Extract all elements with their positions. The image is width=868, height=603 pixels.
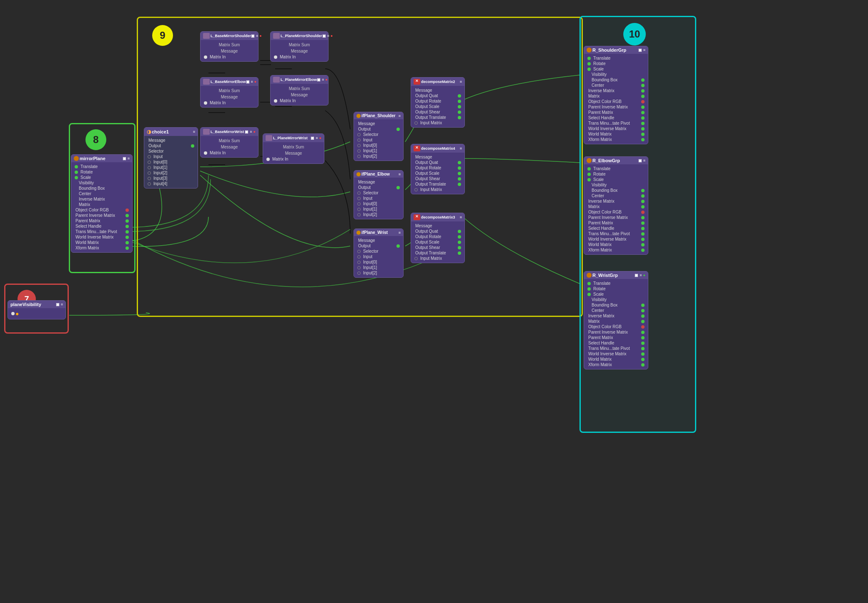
l-plane-mirror-elbow-body: Matrix Sum Message Matrix In [271,84,328,105]
ifplane-shoulder-node[interactable]: ifPlane_Shoulder ≡ Message Output Select… [354,112,404,161]
decompose-matrix-2-body: Message Output Quat Output Rotate Output… [411,86,464,127]
r-elbow-grp-body: Translate Rotate Scale Visibility Boundi… [584,164,648,254]
choice1-header: ◑ choice1 ≡ [144,128,198,136]
decompose-matrix-2-node[interactable]: ✕ decomposeMatrix2 ≡ Message Output Quat… [411,77,465,128]
badge-10: 10 [623,23,646,45]
l-base-mirror-wrist-body: Matrix Sum Message Matrix In [201,136,258,157]
mirrorplane-body: Translate Rotate Scale Visibility Boundi… [71,162,132,252]
l-plane-mirror-wrist-node[interactable]: L_PlaneMirrorWrist ▣≡● Matrix Sum Messag… [263,133,324,164]
l-plane-mirror-shoulder-node[interactable]: L_PlaneMirrorShoulder ▣≡● Matrix Sum Mes… [270,31,329,62]
decompose-matrix-3-node[interactable]: ✕ decomposeMatrix3 ≡ Message Output Quat… [411,213,465,263]
l-plane-mirror-wrist-header: L_PlaneMirrorWrist ▣≡● [263,134,324,142]
l-plane-mirror-elbow-node[interactable]: L_PlaneMirrorElbow ▣≡● Matrix Sum Messag… [270,75,329,106]
ifplane-wrist-node[interactable]: ifPlane_Wrist ≡ Message Output Selector … [354,229,404,278]
ifplane-shoulder-body: Message Output Selector Input Input[0] I… [354,119,403,161]
r-shoulder-grp-node[interactable]: R_ShoulderGrp ▣≡ Translate Rotate Scale … [584,46,648,144]
ifplane-elbow-body: Message Output Selector Input Input[0] I… [354,178,403,219]
decompose-matrix-3-body: Message Output Quat Output Rotate Output… [411,221,464,263]
choice1-icons: ≡ [193,130,195,134]
l-base-mirror-wrist-node[interactable]: L_BaseMirrorWrist ▣≡● Matrix Sum Message… [200,127,258,158]
l-base-mirror-elbow-body: Matrix Sum Message Matrix In [201,86,258,107]
l-base-mirror-elbow-header: L_BaseMirrorElbow ▣≡● [201,78,258,86]
ifplane-elbow-node[interactable]: ifPlane_Elbow ≡ Message Output Selector … [354,170,404,219]
planevisibility-header: planeVisibility ▣≡ [8,301,65,308]
r-wrist-grp-node[interactable]: R_WristGrp ▣≡● Translate Rotate Scale Vi… [584,271,648,369]
l-plane-mirror-shoulder-header: L_PlaneMirrorShoulder ▣≡● [271,32,328,40]
ifplane-shoulder-header: ifPlane_Shoulder ≡ [354,112,403,119]
r-shoulder-grp-body: Translate Rotate Scale Visibility Boundi… [584,54,648,144]
l-plane-mirror-wrist-body: Matrix Sum Message Matrix In [263,142,324,163]
r-elbow-grp-header: R_ElbowGrp ▣≡ [584,157,648,164]
mirrorplane-icons: ▣≡ [123,156,130,161]
r-wrist-grp-body: Translate Rotate Scale Visibility Boundi… [584,279,648,369]
r-wrist-grp-header: R_WristGrp ▣≡● [584,271,648,279]
decompose-matrix-2-header: ✕ decomposeMatrix2 ≡ [411,78,464,86]
planevisibility-node[interactable]: planeVisibility ▣≡ ● [8,300,66,319]
mirrorplane-header: mirrorPlane ▣≡ [71,155,132,162]
planevisibility-icons: ▣≡ [56,302,63,307]
r-shoulder-grp-header: R_ShoulderGrp ▣≡ [584,46,648,54]
ifplane-wrist-body: Message Output Selector Input Input[0] I… [354,236,403,277]
ifplane-wrist-header: ifPlane_Wrist ≡ [354,229,403,236]
planevisibility-body: ● [8,308,65,319]
choice1-body: Message Output Selector Input Input[0] I… [144,136,198,188]
decompose-matrix-3-header: ✕ decomposeMatrix3 ≡ [411,213,464,221]
decompose-matrix-4-body: Message Output Quat Output Rotate Output… [411,153,464,194]
l-base-mirror-shoulder-node[interactable]: L_BaseMirrorShoulder ▣≡● Matrix Sum Mess… [200,31,258,62]
l-base-mirror-shoulder-header: L_BaseMirrorShoulder ▣≡● [201,32,258,40]
ifplane-elbow-header: ifPlane_Elbow ≡ [354,171,403,178]
badge-8: 8 [85,129,106,150]
badge-9: 9 [152,25,173,46]
decompose-matrix-4-header: ✕ decomposeMatrix4 ≡ [411,144,464,153]
r-elbow-grp-node[interactable]: R_ElbowGrp ▣≡ Translate Rotate Scale Vis… [584,156,648,255]
choice1-node[interactable]: ◑ choice1 ≡ Message Output Selector Inpu… [144,127,198,188]
l-base-mirror-shoulder-body: Matrix Sum Message Matrix In [201,40,258,61]
l-base-mirror-wrist-header: L_BaseMirrorWrist ▣≡● [201,128,258,136]
l-plane-mirror-shoulder-body: Matrix Sum Message Matrix In [271,40,328,61]
mirrorplane-node[interactable]: mirrorPlane ▣≡ Translate Rotate Scale Vi… [71,154,133,253]
l-plane-mirror-elbow-header: L_PlaneMirrorElbow ▣≡● [271,75,328,84]
decompose-matrix-4-node[interactable]: ✕ decomposeMatrix4 ≡ Message Output Quat… [411,144,465,194]
l-base-mirror-elbow-node[interactable]: L_BaseMirrorElbow ▣≡● Matrix Sum Message… [200,77,258,108]
